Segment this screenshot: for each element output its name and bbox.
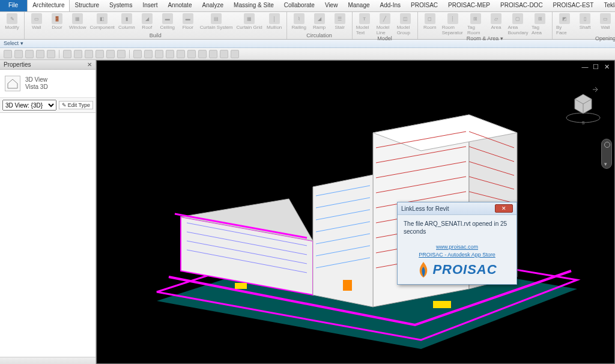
tag-area-label: Tag Area (532, 25, 548, 35)
dialog-titlebar[interactable]: LinkLess for Revit ✕ (398, 202, 517, 215)
shaft-button[interactable]: ▯Shaft (577, 13, 593, 30)
house-icon (5, 76, 20, 91)
qat-icon[interactable] (133, 50, 142, 58)
qat-icon[interactable] (63, 50, 71, 58)
mullion-button[interactable]: │Mullion (266, 13, 283, 30)
tab-insert[interactable]: Insert (138, 0, 163, 11)
tab-annotate[interactable]: Annotate (163, 0, 197, 11)
tab-tekla[interactable]: Tekla Integration (599, 0, 615, 11)
tab-structure[interactable]: Structure (70, 0, 105, 11)
tag-room-button[interactable]: ⊞Tag Room (467, 13, 484, 35)
ribbon-group-model: TModel Text ╱Model Line ◫Model Group Mod… (353, 12, 418, 39)
properties-type-selector[interactable]: 3D View Vista 3D (0, 70, 95, 98)
door-button[interactable]: 🚪Door (49, 13, 65, 30)
tag-area-button[interactable]: ⊞Tag Area (532, 13, 548, 35)
ribbon-group-build: ▭Wall 🚪Door ▦Window ◧Component ▮Column ◢… (25, 12, 287, 39)
tab-addins[interactable]: Add-Ins (375, 0, 406, 11)
wall-opening-button[interactable]: ▭Wall (597, 13, 614, 30)
building-model (133, 97, 601, 355)
minimize-icon[interactable]: — (581, 63, 589, 70)
close-viewport-icon[interactable]: ✕ (602, 63, 611, 70)
model-line-button[interactable]: ╱Model Line (377, 13, 393, 35)
maximize-icon[interactable]: ☐ (592, 63, 600, 70)
qat-icon[interactable] (198, 50, 207, 58)
qat-icon[interactable] (4, 50, 12, 58)
qat-icon[interactable] (47, 50, 55, 58)
qat-icon[interactable] (25, 50, 34, 58)
view-selector-dropdown[interactable]: 3D View: {3D} (2, 100, 56, 111)
properties-body (0, 113, 95, 357)
stair-button[interactable]: ☰Stair (332, 13, 348, 30)
wall-button[interactable]: ▭Wall (28, 13, 45, 30)
tab-systems[interactable]: Systems (105, 0, 138, 11)
tab-analyze[interactable]: Analyze (197, 0, 229, 11)
column-button[interactable]: ▮Column (118, 13, 135, 30)
byface-button[interactable]: ◩By Face (556, 13, 573, 35)
room-button[interactable]: ◻Room (422, 13, 438, 30)
component-button[interactable]: ◧Component (89, 13, 114, 30)
model-group-label: Model Group (397, 25, 414, 35)
svg-rect-41 (343, 280, 352, 291)
qat-icon[interactable] (209, 50, 217, 58)
close-icon[interactable]: ✕ (87, 61, 92, 68)
qat-icon[interactable] (74, 50, 82, 58)
properties-footer (0, 357, 95, 364)
ceiling-button[interactable]: ▬Ceiling (159, 13, 176, 30)
qat-icon[interactable] (220, 50, 228, 58)
viewport-window-controls: — ☐ ✕ (581, 63, 611, 70)
dialog-close-button[interactable]: ✕ (495, 204, 513, 213)
view-type-label: 3D View (25, 76, 48, 83)
window-button[interactable]: ▦Window (69, 13, 86, 30)
viewport-3d[interactable]: — ☐ ✕ S (96, 60, 615, 364)
quick-access-toolbar (0, 48, 615, 60)
proisac-logo: PROISAC (404, 261, 510, 278)
model-label: Model (356, 35, 414, 41)
tab-massing-site[interactable]: Massing & Site (229, 0, 279, 11)
qat-icon[interactable] (95, 50, 104, 58)
room-sep-button[interactable]: ┊Room Separator (442, 13, 464, 35)
tab-architecture[interactable]: Architecture (27, 0, 70, 11)
modify-button[interactable]: ✎Modify (4, 13, 20, 30)
qat-icon[interactable] (177, 50, 185, 58)
tab-proisac-est[interactable]: PROISAC-EST (548, 0, 599, 11)
qat-icon[interactable] (14, 50, 23, 58)
tab-proisac[interactable]: PROISAC (406, 0, 443, 11)
qat-icon[interactable] (85, 50, 93, 58)
area-boundary-button[interactable]: ▢Area Boundary (508, 13, 528, 35)
tab-collaborate[interactable]: Collaborate (279, 0, 320, 11)
flame-icon (417, 261, 430, 278)
door-label: Door (52, 25, 62, 30)
model-group-button[interactable]: ◫Model Group (397, 13, 414, 35)
tab-view[interactable]: View (320, 0, 344, 11)
qat-icon[interactable] (155, 50, 163, 58)
ceiling-label: Ceiling (160, 25, 175, 30)
curtain-system-button[interactable]: ▤Curtain System (200, 13, 233, 30)
edit-type-button[interactable]: ✎ Edit Type (59, 101, 93, 109)
model-text-button[interactable]: TModel Text (356, 13, 373, 35)
qat-icon[interactable] (166, 50, 174, 58)
component-label: Component (89, 25, 114, 30)
qat-icon[interactable] (144, 50, 153, 58)
tab-proisac-mep[interactable]: PROISAC-MEP (443, 0, 495, 11)
tab-manage[interactable]: Manage (343, 0, 375, 11)
qat-icon[interactable] (36, 50, 44, 58)
ramp-label: Ramp (313, 25, 326, 30)
qat-icon[interactable] (117, 50, 126, 58)
tab-proisac-doc[interactable]: PROISAC-DOC (495, 0, 548, 11)
qat-icon[interactable] (106, 50, 115, 58)
tab-file[interactable]: File (0, 0, 27, 11)
railing-button[interactable]: ⌇Railing (291, 13, 308, 30)
roof-button[interactable]: ◢Roof (139, 13, 156, 30)
proisac-appstore-link[interactable]: PROISAC - Autodesk App Store (404, 252, 510, 258)
qat-icon[interactable] (187, 50, 196, 58)
curtain-grid-button[interactable]: ▦Curtain Grid (237, 13, 262, 30)
edit-type-label: Edit Type (68, 102, 90, 108)
navigation-bar[interactable] (601, 139, 612, 169)
qat-icon[interactable] (231, 50, 239, 58)
floor-button[interactable]: ▬Floor (180, 13, 196, 30)
area-button[interactable]: ▱Area (488, 13, 504, 30)
proisac-website-link[interactable]: www.proisac.com (404, 244, 510, 250)
separator-icon (59, 50, 59, 58)
svg-rect-40 (235, 283, 247, 289)
ramp-button[interactable]: ◢Ramp (311, 13, 328, 30)
